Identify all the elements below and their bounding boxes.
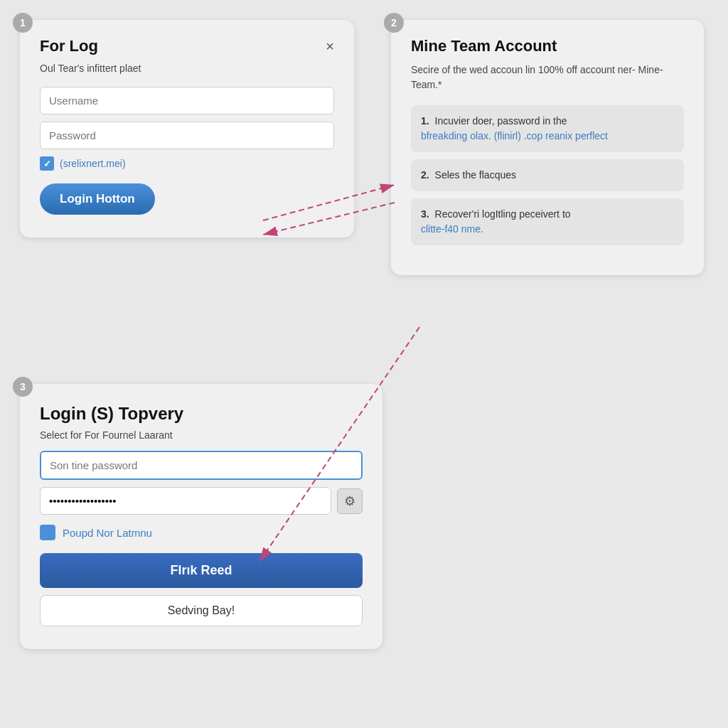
step-text-3: Recover'ri logItling peceivert to: [435, 208, 571, 220]
panel3-checkbox-label: Poupd Nor Latmnu: [63, 527, 152, 539]
panel1-subtitle: Oul Tear's infittert plaet: [40, 63, 334, 74]
instruction-item-2: 2. Seles the flacques: [411, 159, 684, 191]
instruction-item-1: 1. Incuvier doer, password in the bfreak…: [411, 105, 684, 152]
step-text-1: Incuvier doer, password in the: [435, 115, 567, 127]
remember-me-checkbox[interactable]: [40, 156, 54, 171]
panel-for-log: 1 For Log × Oul Tear's infittert plaet (…: [20, 20, 354, 237]
panel-mine-team: 2 Mine Team Account Secire of the wed ac…: [391, 20, 704, 275]
son-tine-input[interactable]: [40, 451, 363, 480]
panel1-header: For Log ×: [40, 37, 334, 55]
login-button[interactable]: Login Hotton: [40, 183, 155, 215]
instruction-item-3: 3. Recover'ri logItling peceivert to cli…: [411, 198, 684, 245]
panel-login-topvery: 3 Login (S) Topvery Select for For Fourn…: [20, 384, 382, 649]
panel1-title: For Log: [40, 37, 98, 55]
step-badge-3: 3: [13, 377, 33, 397]
password-input[interactable]: [40, 122, 334, 149]
remember-me-label: (srelixnert.mei): [60, 158, 126, 169]
username-input[interactable]: [40, 87, 334, 114]
panel3-title: Login (S) Topvery: [40, 404, 363, 424]
step-num-1: 1.: [421, 115, 429, 127]
step-num-3: 3.: [421, 208, 429, 220]
step-link-3[interactable]: clitte-f40 nme.: [421, 223, 483, 235]
step-num-2: 2.: [421, 169, 429, 181]
close-button[interactable]: ×: [326, 39, 334, 53]
remember-me-row: (srelixnert.mei): [40, 156, 334, 171]
step-text-2: Seles the flacques: [435, 169, 516, 181]
panel2-title: Mine Team Account: [411, 37, 684, 55]
panel3-password-input[interactable]: [40, 487, 331, 515]
password-row: ⚙: [40, 487, 363, 515]
sedving-bay-button[interactable]: Sedving Bay!: [40, 595, 363, 626]
panel3-checkbox[interactable]: [40, 525, 55, 540]
panel3-subtitle: Select for For Fournel Laarant: [40, 429, 363, 441]
step-link-1[interactable]: bfreakding olax. (flinirl) .cop reanix p…: [421, 130, 608, 141]
panel3-checkbox-row: Poupd Nor Latmnu: [40, 525, 363, 540]
flrik-reed-button[interactable]: Flrık Reed: [40, 553, 363, 588]
panel2-description: Secire of the wed accoun lin 100% off ac…: [411, 63, 684, 92]
gear-icon: ⚙: [344, 493, 355, 509]
step-badge-2: 2: [384, 13, 404, 33]
gear-settings-button[interactable]: ⚙: [337, 488, 363, 514]
step-badge-1: 1: [13, 13, 33, 33]
